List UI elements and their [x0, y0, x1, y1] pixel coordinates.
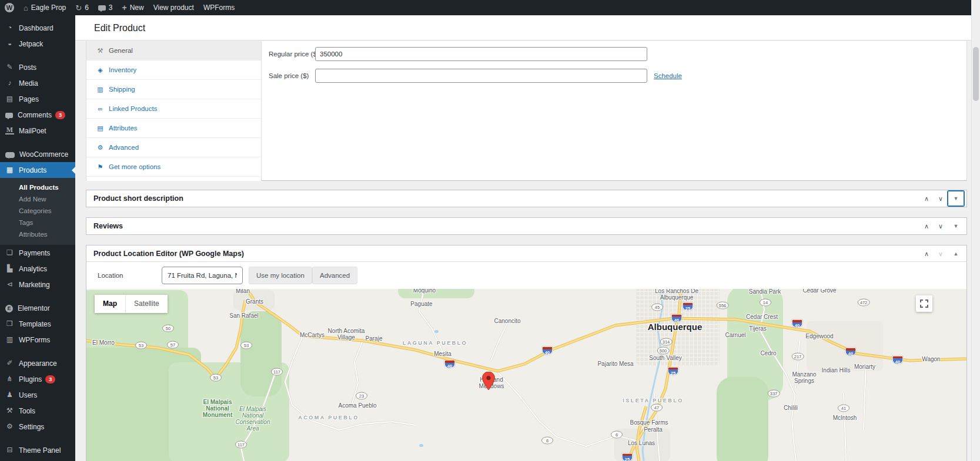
submenu-item-tags[interactable]: Tags — [0, 217, 75, 228]
map-type-map-button[interactable]: Map — [95, 295, 125, 313]
wp-logo-menu[interactable]: W — [0, 0, 19, 15]
short-description-panel: Product short description ∧ ∨ ▼ — [86, 190, 967, 207]
tab-linked-products[interactable]: ∞ Linked Products — [86, 99, 261, 119]
sidebar-item-plugins[interactable]: ⋔ Plugins 3 — [0, 371, 75, 387]
general-icon: ⚒ — [96, 47, 105, 55]
route-shield: 6 — [541, 437, 553, 445]
location-input[interactable] — [162, 267, 243, 284]
move-down-button[interactable]: ∨ — [934, 219, 948, 233]
location-input-row: Location Use my location Advanced — [86, 263, 966, 289]
sidebar-item-comments[interactable]: Comments 3 — [0, 107, 75, 123]
move-down-button[interactable]: ∨ — [934, 247, 948, 261]
page-scrollbar[interactable] — [971, 0, 980, 461]
templates-icon: ❒ — [5, 319, 14, 328]
analytics-icon: ▙ — [5, 264, 14, 273]
updates-menu[interactable]: ↻6 — [71, 0, 93, 15]
tab-attributes[interactable]: ▤ Attributes — [86, 119, 261, 138]
advanced-button[interactable]: Advanced — [312, 267, 357, 284]
move-up-button[interactable]: ∧ — [919, 191, 934, 206]
tab-inventory[interactable]: ◈ Inventory — [86, 60, 261, 80]
sidebar-item-appearance[interactable]: ✐ Appearance — [0, 355, 75, 371]
map-type-satellite-button[interactable]: Satellite — [126, 295, 168, 313]
route-shield: 500 — [657, 347, 670, 355]
submenu-item-attributes[interactable]: Attributes — [0, 228, 75, 240]
route-shield: 217 — [792, 353, 804, 361]
move-up-button[interactable]: ∧ — [919, 219, 934, 233]
advanced-icon: ⚙ — [96, 144, 105, 152]
schedule-link[interactable]: Schedule — [654, 72, 682, 79]
woocommerce-icon — [5, 152, 15, 158]
tab-general[interactable]: ⚒ General — [86, 41, 261, 60]
route-shield: 53 — [240, 342, 252, 349]
move-up-button[interactable]: ∧ — [919, 247, 934, 261]
wpforms-label: WPForms — [203, 4, 235, 12]
attributes-icon: ▤ — [96, 124, 105, 132]
comments-menu[interactable]: 3 — [93, 0, 118, 15]
elementor-icon: E — [5, 305, 13, 312]
wpforms-menu[interactable]: WPForms — [199, 0, 239, 15]
reviews-panel: Reviews ∧ ∨ ▼ — [86, 217, 967, 235]
use-my-location-button[interactable]: Use my location — [249, 267, 312, 284]
toggle-panel-button[interactable]: ▼ — [948, 219, 964, 233]
view-product-menu[interactable]: View product — [149, 0, 199, 15]
short-description-header[interactable]: Product short description ∧ ∨ ▼ — [86, 190, 966, 207]
sidebar-item-pages[interactable]: ▤ Pages — [0, 91, 75, 107]
sidebar-item-users[interactable]: ♟ Users — [0, 387, 75, 403]
sidebar-item-posts[interactable]: ✎ Posts — [0, 59, 75, 75]
submenu-item-categories[interactable]: Categories — [0, 205, 75, 217]
sidebar-item-templates[interactable]: ❒ Templates — [0, 316, 75, 332]
sidebar-item-products[interactable]: ▦ Products — [0, 162, 75, 178]
regular-price-label: Regular price ($) — [269, 51, 319, 58]
payments-icon: ❏ — [5, 248, 14, 257]
route-shield: 25 — [622, 453, 633, 461]
sidebar-item-payments[interactable]: ❏ Payments — [0, 245, 75, 261]
route-shield: 337 — [768, 390, 780, 398]
comments-icon — [98, 5, 106, 11]
count-badge: 3 — [55, 111, 65, 119]
sidebar-item-marketing[interactable]: ⊲ Marketing — [0, 277, 75, 292]
sidebar-item-theme-panel[interactable]: ⊟ Theme Panel — [0, 442, 75, 458]
sidebar-item-elementor[interactable]: E Elementor — [0, 300, 75, 316]
sidebar-item-analytics[interactable]: ▙ Analytics — [0, 261, 75, 277]
route-shield: 53 — [135, 342, 147, 349]
scrollbar-thumb[interactable] — [973, 47, 979, 101]
reviews-header[interactable]: Reviews ∧ ∨ ▼ — [86, 218, 966, 234]
sidebar-item-settings[interactable]: ⚙ Settings — [0, 419, 75, 435]
media-icon: ♪ — [5, 79, 14, 88]
sidebar-item-jetpack[interactable]: ◒ Jetpack — [0, 36, 75, 52]
sidebar-item-media[interactable]: ♪ Media — [0, 75, 75, 91]
sidebar-item-dashboard[interactable]: ◔ Dashboard — [0, 20, 75, 36]
sidebar-item-tools[interactable]: ⚒ Tools — [0, 403, 75, 419]
panel-title: Product short description — [86, 194, 919, 203]
map-marker[interactable] — [482, 372, 495, 393]
wpforms-icon: ▥ — [5, 335, 14, 344]
comments-icon — [5, 113, 13, 118]
tab-advanced[interactable]: ⚙ Advanced — [86, 138, 261, 157]
google-map[interactable]: MilanGrantsSan RafaelEl MorroMcCartysNor… — [86, 289, 966, 461]
move-down-button[interactable]: ∨ — [934, 191, 948, 206]
toggle-panel-button[interactable]: ▼ — [948, 191, 964, 206]
shipping-icon: ▥ — [96, 86, 105, 93]
submenu-item-all-products[interactable]: All Products — [0, 181, 75, 193]
tab-shipping[interactable]: ▥ Shipping — [86, 80, 261, 99]
updates-icon: ↻ — [75, 4, 82, 12]
sidebar-item-wpforms[interactable]: ▥ WPForms — [0, 332, 75, 348]
toggle-panel-button[interactable]: ▲ — [948, 247, 964, 261]
posts-icon: ✎ — [5, 63, 14, 72]
submenu-item-add-new[interactable]: Add New — [0, 193, 75, 205]
theme-panel-icon: ⊟ — [5, 446, 14, 455]
site-name-menu[interactable]: ⌂Eagle Prop — [19, 0, 71, 15]
location-editor-header[interactable]: Product Location Editor (WP Google Maps)… — [86, 245, 966, 262]
sale-price-input[interactable] — [315, 69, 647, 83]
products-icon: ▦ — [5, 166, 14, 174]
sidebar-item-woocommerce[interactable]: WooCommerce — [0, 146, 75, 162]
new-menu[interactable]: +New — [118, 0, 149, 15]
map-fullscreen-button[interactable] — [916, 295, 932, 312]
appearance-icon: ✐ — [5, 359, 14, 368]
sidebar-item-mailpoet[interactable]: M MailPoet — [0, 123, 75, 139]
get-more-options-icon: ⚑ — [96, 163, 105, 171]
regular-price-input[interactable] — [315, 47, 647, 61]
pages-icon: ▤ — [5, 95, 14, 103]
inventory-icon: ◈ — [96, 66, 105, 74]
tab-get-more-options[interactable]: ⚑ Get more options — [86, 157, 261, 177]
